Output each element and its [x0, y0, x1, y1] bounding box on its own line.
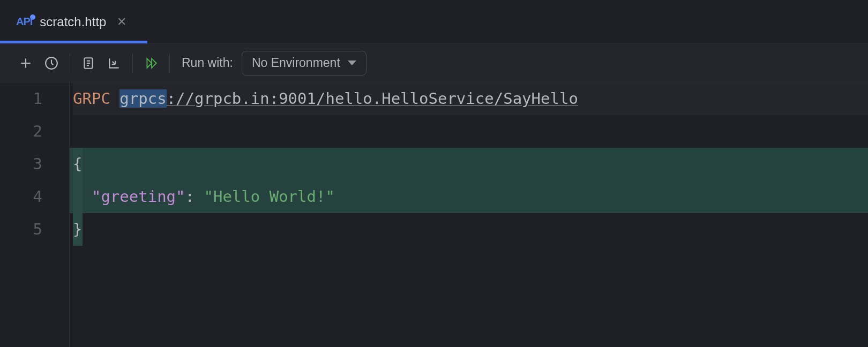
- code-line-1[interactable]: GRPC grpcs://grpcb.in:9001/hello.HelloSe…: [73, 82, 868, 115]
- code-line-3[interactable]: {: [73, 148, 868, 180]
- run-icon: [144, 56, 158, 70]
- environment-select[interactable]: No Environment: [242, 51, 366, 76]
- environment-value: No Environment: [252, 56, 340, 70]
- examples-button[interactable]: [77, 51, 100, 75]
- import-button[interactable]: [102, 51, 126, 75]
- chevron-down-icon: [348, 61, 356, 65]
- code-line-4[interactable]: "greeting": "Hello World!": [73, 180, 868, 213]
- separator: [132, 54, 133, 73]
- method-keyword: GRPC: [73, 89, 110, 108]
- document-icon: [81, 56, 95, 70]
- http-file-icon: API: [16, 16, 32, 28]
- run-all-button[interactable]: [139, 51, 163, 75]
- gutter: 1 2 3 4 5: [0, 82, 70, 347]
- brace-open: {: [73, 155, 82, 173]
- colon: :: [185, 187, 194, 206]
- url-path: ://grpcb.in:9001/hello.HelloService/SayH…: [167, 89, 578, 108]
- close-icon[interactable]: ✕: [117, 15, 126, 29]
- tab-bar: API scratch.http ✕: [0, 0, 868, 44]
- plus-icon: [19, 56, 33, 70]
- tab-title: scratch.http: [40, 14, 106, 29]
- line-number: 1: [0, 82, 42, 115]
- code-line-2[interactable]: [73, 115, 868, 148]
- history-icon: [44, 56, 58, 70]
- line-number: 4: [0, 180, 42, 213]
- tab-scratch[interactable]: API scratch.http ✕: [0, 0, 137, 43]
- line-number: 5: [0, 213, 42, 246]
- brace-close: }: [73, 220, 82, 238]
- history-button[interactable]: [40, 51, 63, 75]
- import-icon: [107, 56, 121, 70]
- json-key: "greeting": [92, 187, 185, 206]
- svg-marker-9: [147, 58, 152, 67]
- code-line-5[interactable]: }: [73, 213, 868, 246]
- separator: [70, 54, 70, 73]
- separator: [169, 54, 170, 73]
- json-string: "Hello World!": [204, 187, 334, 206]
- add-request-button[interactable]: [14, 51, 38, 75]
- code-area[interactable]: GRPC grpcs://grpcb.in:9001/hello.HelloSe…: [70, 82, 868, 347]
- toolbar: Run with: No Environment: [0, 44, 868, 82]
- editor[interactable]: 1 2 3 4 5 GRPC grpcs://grpcb.in:9001/hel…: [0, 82, 868, 347]
- line-number: 3: [0, 148, 42, 180]
- line-number: 2: [0, 115, 42, 148]
- url-scheme: grpcs: [119, 89, 166, 108]
- run-with-label: Run with:: [182, 56, 233, 70]
